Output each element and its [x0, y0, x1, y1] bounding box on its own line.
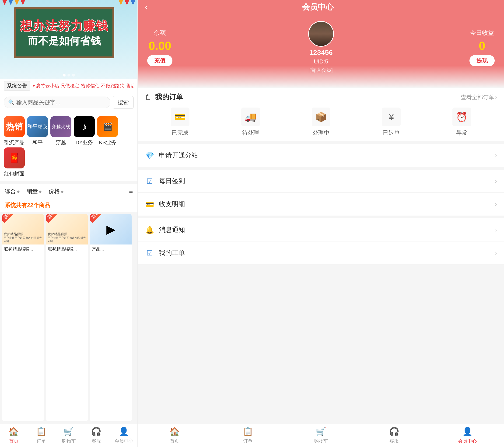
- sort-price[interactable]: 价格 ◆: [49, 188, 63, 195]
- category-ks-icon: 🎬: [97, 116, 118, 137]
- orders-header: 🗒 我的订单 查看全部订单 ›: [145, 92, 497, 102]
- banner-text2: 而不是如何省钱: [28, 34, 101, 48]
- menu-finance[interactable]: 💳 收支明细 ›: [138, 193, 504, 215]
- service-label-right: 客服: [389, 438, 399, 444]
- charge-button[interactable]: 充值: [147, 55, 172, 66]
- orders-label-left: 订单: [37, 438, 46, 444]
- balance-amount: 0.00: [149, 39, 171, 53]
- flag7: [131, 0, 135, 5]
- list-view-icon[interactable]: ≡: [129, 188, 133, 195]
- search-button[interactable]: 搜索: [113, 96, 134, 109]
- order-processing-label: 处理中: [313, 129, 329, 137]
- order-completed-label: 已完成: [172, 129, 189, 137]
- service-icon-right: 🎧: [389, 427, 399, 436]
- product-info-1: 联邦精品强强...: [2, 245, 44, 254]
- order-refunded[interactable]: ¥ 已退单: [382, 107, 401, 137]
- member-icon-right: 👤: [462, 427, 473, 436]
- service-icon-left: 🎧: [91, 427, 102, 436]
- workorder-chevron: ›: [495, 249, 497, 257]
- order-processing[interactable]: 📦 处理中: [312, 107, 330, 137]
- orders-section: 🗒 我的订单 查看全部订单 › 💳 已完成 🚚 待处理 📦 处理中 ¥: [138, 88, 504, 141]
- nav-member-right[interactable]: 👤 会员中心: [431, 424, 504, 447]
- orders-label-right: 订单: [243, 438, 252, 444]
- sort-comprehensive-icon: ◆: [17, 189, 19, 194]
- flag4: [20, 0, 25, 5]
- substation-chevron: ›: [495, 152, 497, 159]
- banner-dot-3[interactable]: [72, 74, 75, 76]
- withdraw-button[interactable]: 提现: [469, 55, 495, 66]
- member-icon-left: 👤: [119, 427, 129, 436]
- nav-member-left[interactable]: 👤 会员中心: [110, 424, 138, 447]
- cart-label-left: 购物车: [62, 438, 76, 444]
- substation-icon: 💎: [145, 151, 154, 160]
- notice-text: 腐竹云小店-只做稳定-给你信任-不做跑路狗-售后稳定: [36, 83, 134, 89]
- category-ks[interactable]: 🎬 KS业务: [97, 116, 118, 146]
- finance-label: 收支明细: [159, 200, 495, 209]
- category-hot-label: 引流产品: [4, 139, 24, 146]
- product-info-2: 联邦精品强强...: [46, 245, 88, 254]
- order-completed[interactable]: 💳 已完成: [171, 107, 189, 137]
- sort-sales[interactable]: 销量 ◆: [27, 188, 41, 195]
- order-pending-icon: 🚚: [241, 107, 260, 126]
- menu-checkin[interactable]: ☑ 每日签到 ›: [138, 170, 504, 193]
- category-ks-label: KS业务: [99, 139, 116, 146]
- right-header: ‹ 会员中心: [138, 0, 504, 14]
- home-label-left: 首页: [9, 438, 18, 444]
- nav-home-right[interactable]: 🏠 首页: [138, 424, 211, 447]
- earnings-label: 今日收益: [470, 29, 494, 37]
- banner-flags-left: [2, 0, 25, 5]
- nav-orders-right[interactable]: 📋 订单: [211, 424, 285, 447]
- product-title-3: 产品...: [92, 246, 130, 252]
- nav-service-right[interactable]: 🎧 客服: [358, 424, 431, 447]
- products-grid: 联邦精品强强 用户注册 用户购买 修改密码 封号回调 新款 联邦精品强强... …: [0, 212, 137, 424]
- category-dy[interactable]: ♪ DY业务: [74, 116, 95, 146]
- nav-cart-right[interactable]: 🛒 购物车: [285, 424, 358, 447]
- order-abnormal[interactable]: ⏰ 异常: [452, 107, 471, 137]
- member-hero: 余额 0.00 充值 123456 UID:5 [普通会员] 今日收益 0 提现: [138, 14, 504, 88]
- category-dy-label: DY业务: [76, 139, 93, 146]
- category-peace-label: 和平: [33, 139, 43, 146]
- product-info-3: 产品...: [90, 245, 132, 254]
- category-cross-label: 穿越: [56, 139, 66, 146]
- orders-title-wrap: 🗒 我的订单: [145, 92, 183, 102]
- sort-comprehensive[interactable]: 综合 ◆: [5, 188, 19, 195]
- back-button[interactable]: ‹: [145, 2, 148, 12]
- menu-section-2: ☑ 每日签到 › 💳 收支明细 ›: [138, 170, 504, 215]
- order-abnormal-icon: ⏰: [452, 107, 471, 126]
- nav-service-left[interactable]: 🎧 客服: [83, 424, 110, 447]
- category-red[interactable]: 🧧 红包封面: [4, 147, 25, 177]
- menu-workorder[interactable]: ☑ 我的工单 ›: [138, 241, 504, 264]
- workorder-label: 我的工单: [159, 249, 495, 257]
- search-input-wrap[interactable]: 🔍: [4, 97, 110, 108]
- product-image-1: 联邦精品强强 用户注册 用户购买 修改密码 封号回调 新款: [2, 214, 44, 245]
- member-type: [普通会员]: [309, 67, 333, 74]
- category-hot[interactable]: 热销 引流产品: [4, 116, 25, 146]
- product-card-3[interactable]: ▶ 新款 产品...: [90, 214, 132, 421]
- product-card-1[interactable]: 联邦精品强强 用户注册 用户购买 修改密码 封号回调 新款 联邦精品强强...: [2, 214, 44, 421]
- flag6: [125, 0, 129, 5]
- nav-orders-left[interactable]: 📋 订单: [28, 424, 55, 447]
- category-peace[interactable]: 和平精英 和平: [27, 116, 48, 146]
- menu-substation[interactable]: 💎 申请开通分站 ›: [138, 144, 504, 167]
- nav-cart-left[interactable]: 🛒 购物车: [55, 424, 83, 447]
- order-pending[interactable]: 🚚 待处理: [241, 107, 260, 137]
- banner-pagination: [63, 74, 75, 76]
- notice-heart-icon: ♥: [33, 84, 35, 88]
- category-cross[interactable]: 穿越火线 穿越: [50, 116, 72, 146]
- banner-dot-2[interactable]: [67, 74, 70, 76]
- right-title: 会员中心: [148, 2, 488, 12]
- finance-chevron: ›: [495, 200, 497, 208]
- order-completed-icon: 💳: [171, 107, 189, 126]
- user-avatar[interactable]: [308, 21, 334, 47]
- menu-notification[interactable]: 🔔 消息通知 ›: [138, 218, 504, 241]
- bottom-nav-right: 🏠 首页 📋 订单 🛒 购物车 🎧 客服 👤 会员中心: [138, 424, 504, 447]
- product-image-2: 联邦精品强强 用户注册 用户购买 修改密码 封号回调 新款: [46, 214, 88, 245]
- products-header: 系统共有22个商品: [0, 199, 137, 212]
- banner-dot-1[interactable]: [63, 74, 66, 76]
- product-card-2[interactable]: 联邦精品强强 用户注册 用户购买 修改密码 封号回调 新款 联邦精品强强...: [46, 214, 88, 421]
- view-all-orders[interactable]: 查看全部订单 ›: [461, 93, 497, 101]
- checkin-icon: ☑: [145, 177, 154, 185]
- search-input[interactable]: [16, 99, 106, 106]
- flag5: [119, 0, 123, 5]
- nav-home-left[interactable]: 🏠 首页: [0, 424, 28, 447]
